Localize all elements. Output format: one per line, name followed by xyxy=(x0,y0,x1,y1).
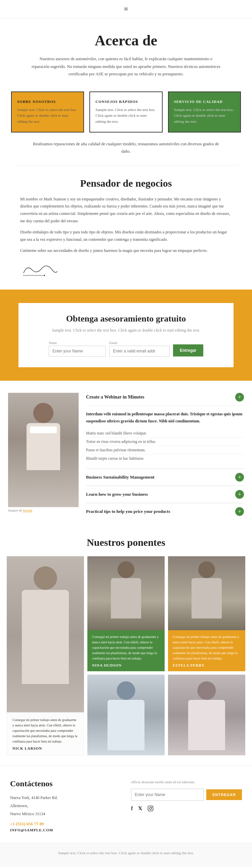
freepik-credit: imagen de freepik xyxy=(8,508,79,512)
orange-banner: Obtenga asesoramiento gratuito Sample te… xyxy=(0,289,252,381)
speaker-name-nina: NINA HUDSON xyxy=(92,663,160,667)
list-item: Mattis nunc sed blandit libero volutpat. xyxy=(86,429,244,437)
card-1-title: CONSEJOS RÁPIDOS xyxy=(96,99,156,103)
header: ≡ xyxy=(0,0,252,19)
banner-title: Obtenga asesoramiento gratuito xyxy=(32,314,220,324)
svg-point-3 xyxy=(149,807,151,809)
thinker-section: Pensador de negocios Mi nombre es Mark S… xyxy=(0,165,252,286)
speaker-card-bottom-right xyxy=(168,675,245,755)
webinar-person-image: imagen de freepik xyxy=(8,393,79,520)
thinker-para2: Diseño embalajes de todo tipo y para tod… xyxy=(20,229,232,243)
orange-banner-inner: Obtenga asesoramiento gratuito Sample te… xyxy=(19,303,233,367)
webinar-title: Create a Webinar in Minutes xyxy=(86,395,144,400)
speakers-grid: Conseguí mi primer trabajo antes de grad… xyxy=(7,556,245,755)
cards-row: SOBRE NOSOTROS Sample text. Click to sel… xyxy=(0,85,252,136)
speaker-name-nick: NICK LARSON xyxy=(12,746,78,750)
speaker-name-estela: ESTELA PERRY xyxy=(173,663,241,667)
speaker-card-estela: Conseguí mi primer trabajo antes de grad… xyxy=(168,556,245,671)
name-input[interactable] xyxy=(49,346,106,356)
freepik-link[interactable]: freepik xyxy=(23,508,32,512)
signature xyxy=(20,261,232,278)
accordion-item-1[interactable]: Learn how to grow your business + xyxy=(86,486,244,503)
about-title: Acerca de xyxy=(30,32,222,49)
speaker-card-tall: Conseguí mi primer trabajo antes de grad… xyxy=(7,556,84,755)
banner-submit-button[interactable]: Entregar xyxy=(173,344,203,356)
hamburger-icon[interactable]: ≡ xyxy=(124,5,128,13)
card-2-title: SERVICIO DE CALIDAD xyxy=(174,99,235,103)
accordion-item-2[interactable]: Practical tips to help you price your pr… xyxy=(86,503,244,520)
card-1-text: Sample text. Click to select the text bo… xyxy=(96,107,156,125)
thinker-para3: Cuénteme sobre sus necesidades de diseño… xyxy=(20,247,232,255)
contact-right: officia deserunt mollit anim id est labo… xyxy=(131,779,242,833)
accordion-plus-2[interactable]: + xyxy=(235,507,244,516)
accordion-plus-1[interactable]: + xyxy=(235,490,244,499)
card-servicio-calidad[interactable]: SERVICIO DE CALIDAD Sample text. Click t… xyxy=(168,91,241,133)
speaker-text-nina: Conseguí mi primer trabajo antes de grad… xyxy=(87,630,165,671)
list-item: Tortor en risus viverra adipiscing en in… xyxy=(86,437,244,446)
speaker-card-bottom-left xyxy=(87,675,165,755)
card-sobre-nosotros[interactable]: SOBRE NOSOTROS Sample text. Click to sel… xyxy=(11,91,84,133)
name-label: Name xyxy=(49,341,106,345)
contact-sample-text: officia deserunt mollit anim id est labo… xyxy=(131,779,242,785)
footer-text: Sample text. Click to select the text bo… xyxy=(20,850,232,857)
webinar-header: Create a Webinar in Minutes + xyxy=(86,393,244,406)
instagram-icon[interactable] xyxy=(147,805,153,813)
about-description: Nuestros asesores de automóviles, con qu… xyxy=(30,55,222,78)
list-item: Purus et faucibus pulvinar elementum. xyxy=(86,446,244,454)
contact-section: Contáctenos Nueva York, 4140 Parker Rd. … xyxy=(0,766,252,843)
card-0-text: Sample text. Click to select the text bo… xyxy=(17,107,78,125)
banner-subtitle: Sample text. Click to select the text bo… xyxy=(32,327,220,334)
card-2-text: Sample text. Click to select the text bo… xyxy=(174,107,235,125)
contact-name-input[interactable] xyxy=(131,788,204,801)
webinar-list: Mattis nunc sed blandit libero volutpat.… xyxy=(86,429,244,462)
svg-point-1 xyxy=(44,275,45,276)
webinar-section: imagen de freepik Create a Webinar in Mi… xyxy=(0,381,252,527)
webinar-plus-button[interactable]: + xyxy=(235,393,244,402)
speaker-card-nina: Conseguí mi primer trabajo antes de grad… xyxy=(87,556,165,671)
thinker-para1: Mi nombre es Mark Stanson y soy un empaq… xyxy=(20,196,232,225)
accordion-plus-0[interactable]: + xyxy=(235,473,244,482)
facebook-icon[interactable]: f xyxy=(131,805,133,813)
speakers-section: Nuestros ponentes Conseguí mi primer tra… xyxy=(0,527,252,766)
footer-sample: Sample text. Click to select the text bo… xyxy=(0,843,252,867)
accordion-label-1: Learn how to grow your business xyxy=(86,492,148,497)
svg-rect-2 xyxy=(148,806,153,811)
card-0-title: SOBRE NOSOTROS xyxy=(17,99,78,103)
contact-address: Nueva York, 4140 Parker Rd. Allentown, N… xyxy=(10,794,121,818)
contact-left: Contáctenos Nueva York, 4140 Parker Rd. … xyxy=(10,779,121,833)
speaker-text-estela: Conseguí mi primer trabajo antes de grad… xyxy=(168,630,245,671)
repair-text: Realizamos reparaciones de alta calidad … xyxy=(0,136,252,165)
accordion-label-0: Business Sustainability Management xyxy=(86,474,154,480)
banner-form-row: Name Email Entregar xyxy=(32,341,220,356)
speaker-text-nick: Conseguí mi primer trabajo antes de grad… xyxy=(7,712,84,755)
email-label: Email xyxy=(109,341,170,345)
contact-email[interactable]: INFO@SAMPLE.COM xyxy=(10,828,53,832)
about-section: Acerca de Nuestros asesores de automóvil… xyxy=(0,19,252,85)
social-row: f 𝕏 xyxy=(131,805,242,813)
accordion-item-0[interactable]: Business Sustainability Management + xyxy=(86,468,244,486)
contact-submit-button[interactable]: ENTREGAR xyxy=(206,789,242,800)
webinar-description: Interdum velit euismod in pellentesque m… xyxy=(86,411,244,425)
list-item: Blandit turpis cursus in hac habitasse. xyxy=(86,454,244,462)
contact-form-row: ENTREGAR xyxy=(131,788,242,801)
speakers-title: Nuestros ponentes xyxy=(7,537,245,548)
svg-point-4 xyxy=(151,806,152,807)
accordion-label-2: Practical tips to help you price your pr… xyxy=(86,509,170,514)
thinker-title: Pensador de negocios xyxy=(20,178,232,189)
contact-phone[interactable]: +1 (555) 656 77 89 xyxy=(10,821,121,827)
email-input[interactable] xyxy=(109,346,170,356)
contact-title: Contáctenos xyxy=(10,779,121,788)
card-consejos-rapidos[interactable]: CONSEJOS RÁPIDOS Sample text. Click to s… xyxy=(89,91,162,133)
twitter-icon[interactable]: 𝕏 xyxy=(138,805,142,813)
webinar-content: Create a Webinar in Minutes + Interdum v… xyxy=(86,393,244,520)
